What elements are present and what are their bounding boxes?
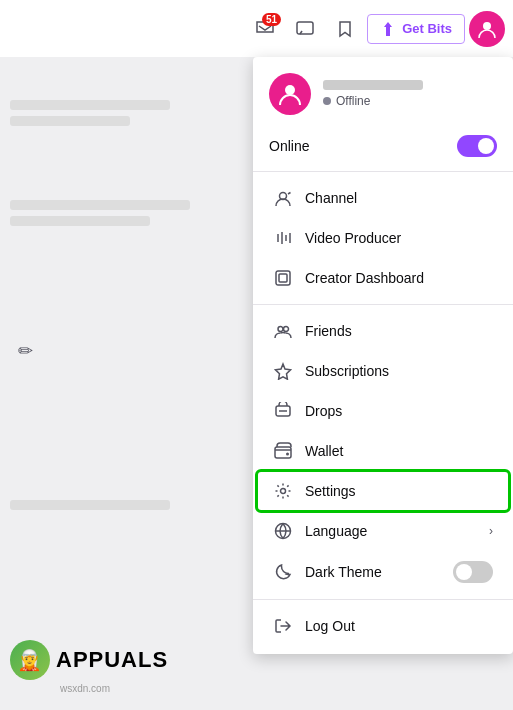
dropdown-user-header: Offline: [253, 57, 513, 127]
inbox-button[interactable]: 51: [247, 11, 283, 47]
svg-point-11: [278, 327, 283, 332]
watermark-text: APPUALS: [56, 647, 168, 673]
dropdown-user-info: Offline: [323, 80, 423, 108]
divider-2: [253, 304, 513, 305]
status-indicator: [323, 97, 331, 105]
creator-dashboard-icon: [273, 268, 293, 288]
content-bars-3: [10, 500, 170, 510]
content-bars: [10, 100, 170, 126]
subscriptions-label: Subscriptions: [305, 363, 493, 379]
wallet-label: Wallet: [305, 443, 493, 459]
svg-marker-1: [384, 22, 392, 36]
friends-icon: [273, 321, 293, 341]
video-producer-icon: [273, 228, 293, 248]
user-dropdown: Offline Online Channel: [253, 57, 513, 654]
status-text: Offline: [336, 94, 370, 108]
toggle-knob: [478, 138, 494, 154]
subscriptions-icon: [273, 361, 293, 381]
user-status: Offline: [323, 94, 423, 108]
menu-item-creator-dashboard[interactable]: Creator Dashboard: [257, 258, 509, 298]
get-bits-label: Get Bits: [402, 21, 452, 36]
menu-item-settings[interactable]: Settings: [257, 471, 509, 511]
language-label: Language: [305, 523, 477, 539]
language-icon: [273, 521, 293, 541]
svg-point-2: [483, 22, 491, 30]
dropdown-avatar: [269, 73, 311, 115]
creator-dashboard-label: Creator Dashboard: [305, 270, 493, 286]
svg-point-17: [281, 489, 286, 494]
divider-3: [253, 599, 513, 600]
edit-icon: ✏: [18, 340, 33, 362]
svg-point-16: [286, 453, 289, 456]
dark-theme-toggle-knob: [456, 564, 472, 580]
drops-label: Drops: [305, 403, 493, 419]
watermark: 🧝 APPUALS: [10, 640, 168, 680]
online-label: Online: [269, 138, 309, 154]
dark-theme-label: Dark Theme: [305, 564, 441, 580]
online-toggle-row: Online: [253, 127, 513, 165]
svg-point-3: [285, 85, 295, 95]
topbar: 51 Get Bits: [0, 0, 513, 57]
content-bars-2: [10, 200, 190, 226]
logout-label: Log Out: [305, 618, 493, 634]
channel-label: Channel: [305, 190, 493, 206]
dark-theme-icon: [273, 562, 293, 582]
menu-item-logout[interactable]: Log Out: [257, 606, 509, 646]
svg-rect-0: [297, 22, 313, 34]
wallet-icon: [273, 441, 293, 461]
bookmark-button[interactable]: [327, 11, 363, 47]
menu-item-subscriptions[interactable]: Subscriptions: [257, 351, 509, 391]
drops-icon: [273, 401, 293, 421]
user-avatar-button[interactable]: [469, 11, 505, 47]
messages-button[interactable]: [287, 11, 323, 47]
settings-label: Settings: [305, 483, 493, 499]
svg-rect-15: [275, 447, 291, 458]
get-bits-button[interactable]: Get Bits: [367, 14, 465, 44]
settings-icon: [273, 481, 293, 501]
svg-point-12: [284, 327, 289, 332]
online-toggle[interactable]: [457, 135, 497, 157]
menu-item-language[interactable]: Language ›: [257, 511, 509, 551]
dark-theme-toggle[interactable]: [453, 561, 493, 583]
notification-badge: 51: [262, 13, 281, 26]
menu-item-friends[interactable]: Friends: [257, 311, 509, 351]
menu-item-dark-theme[interactable]: Dark Theme: [257, 551, 509, 593]
svg-rect-9: [276, 271, 290, 285]
video-producer-label: Video Producer: [305, 230, 493, 246]
svg-rect-10: [279, 274, 287, 282]
logout-icon: [273, 616, 293, 636]
watermark-url: wsxdn.com: [60, 683, 110, 694]
menu-item-drops[interactable]: Drops: [257, 391, 509, 431]
channel-icon: [273, 188, 293, 208]
menu-item-wallet[interactable]: Wallet: [257, 431, 509, 471]
menu-item-channel[interactable]: Channel: [257, 178, 509, 218]
friends-label: Friends: [305, 323, 493, 339]
language-chevron: ›: [489, 524, 493, 538]
username-placeholder: [323, 80, 423, 90]
watermark-logo: 🧝: [10, 640, 50, 680]
menu-item-video-producer[interactable]: Video Producer: [257, 218, 509, 258]
divider-1: [253, 171, 513, 172]
